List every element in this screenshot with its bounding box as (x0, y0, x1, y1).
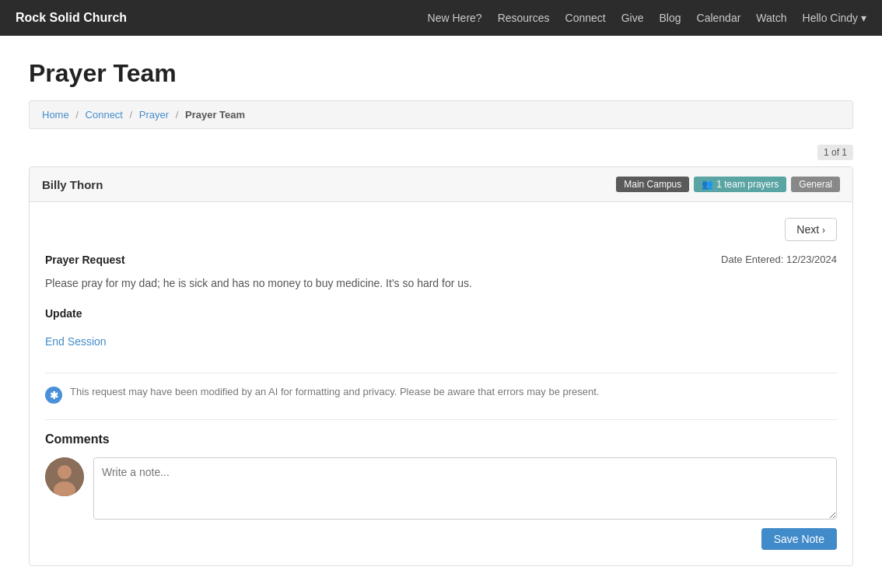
comments-title: Comments (45, 432, 837, 446)
breadcrumb-sep-2: / (130, 109, 133, 121)
breadcrumb-sep-3: / (176, 109, 179, 121)
breadcrumb-sep-1: / (75, 109, 79, 121)
breadcrumb: Home / Connect / Prayer / Prayer Team (29, 100, 853, 129)
breadcrumb-prayer[interactable]: Prayer (139, 109, 169, 121)
navbar-brand[interactable]: Rock Solid Church (16, 11, 127, 25)
card-body: Next › Prayer Request Date Entered: 12/2… (30, 202, 852, 565)
pagination-row: 1 of 1 (29, 145, 853, 166)
card-badges: Main Campus 👥 1 team prayers General (616, 177, 840, 192)
prayer-text: Please pray for my dad; he is sick and h… (45, 275, 837, 292)
nav-item-new-here[interactable]: New Here? (428, 12, 482, 24)
navbar-nav: New Here? Resources Connect Give Blog Ca… (428, 12, 787, 24)
badge-team-label: 1 team prayers (716, 179, 779, 190)
badge-campus: Main Campus (616, 177, 689, 192)
page-title: Prayer Team (29, 59, 853, 88)
date-label: Date Entered: (721, 254, 783, 265)
breadcrumb-home[interactable]: Home (42, 109, 69, 121)
end-session-link[interactable]: End Session (45, 335, 107, 348)
comment-form: Save Note (45, 457, 837, 550)
badge-team-prayers: 👥 1 team prayers (694, 177, 786, 192)
nav-item-blog[interactable]: Blog (660, 12, 681, 24)
nav-item-watch[interactable]: Watch (756, 12, 786, 24)
page-container: Prayer Team Home / Connect / Prayer / Pr… (13, 36, 869, 588)
breadcrumb-connect[interactable]: Connect (86, 109, 123, 121)
date-value: 12/23/2024 (786, 254, 837, 265)
navbar-user[interactable]: Hello Cindy (803, 12, 866, 24)
nav-item-resources[interactable]: Resources (498, 12, 550, 24)
next-button[interactable]: Next › (785, 218, 837, 241)
card-header: Billy Thorn Main Campus 👥 1 team prayers… (30, 167, 852, 202)
update-label: Update (45, 307, 837, 320)
nav-item-calendar[interactable]: Calendar (697, 12, 741, 24)
prayer-card: Billy Thorn Main Campus 👥 1 team prayers… (29, 166, 853, 566)
ai-notice: ✱ This request may have been modified by… (45, 386, 837, 404)
badge-category: General (791, 177, 840, 192)
update-section: Update (45, 307, 837, 320)
comment-textarea[interactable] (93, 457, 837, 520)
prayer-request-section: Prayer Request Date Entered: 12/23/2024 … (45, 254, 837, 292)
navbar: Rock Solid Church New Here? Resources Co… (0, 0, 882, 36)
pagination-label: 1 of 1 (817, 145, 853, 160)
nav-item-connect[interactable]: Connect (565, 12, 606, 24)
svg-point-1 (58, 465, 72, 479)
comments-section: Comments Save Note (45, 432, 837, 550)
prayer-request-label: Prayer Request (45, 254, 125, 266)
comment-input-area: Save Note (93, 457, 837, 550)
nav-item-give[interactable]: Give (621, 12, 644, 24)
avatar-image (45, 457, 84, 496)
ai-badge-icon: ✱ (45, 387, 62, 404)
card-person-name: Billy Thorn (42, 178, 103, 191)
next-arrow-icon: › (822, 225, 825, 236)
divider-1 (45, 373, 837, 373)
date-entered: Date Entered: 12/23/2024 (721, 254, 837, 265)
next-row: Next › (45, 218, 837, 254)
next-label: Next (796, 223, 819, 236)
avatar (45, 457, 84, 496)
divider-2 (45, 419, 837, 420)
team-icon: 👥 (702, 179, 713, 190)
save-note-button[interactable]: Save Note (761, 528, 837, 550)
ai-notice-text: This request may have been modified by a… (70, 386, 599, 397)
breadcrumb-current: Prayer Team (185, 109, 245, 121)
